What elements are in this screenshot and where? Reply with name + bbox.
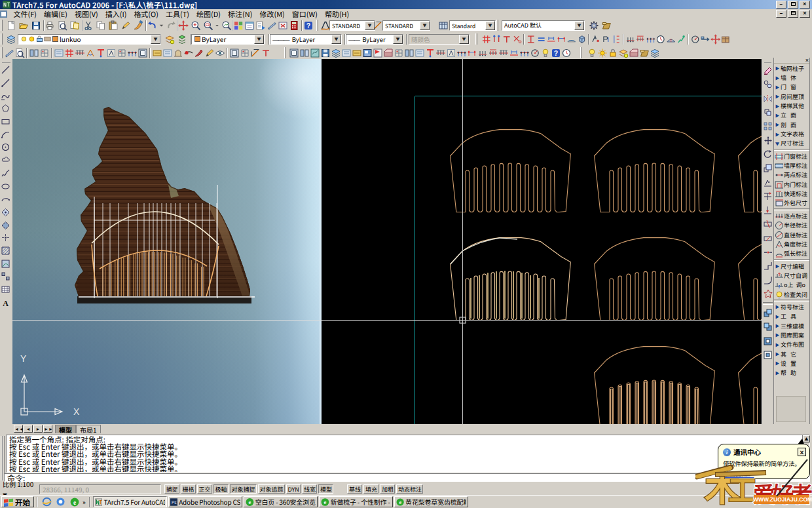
svg-text:X: X [73,406,80,417]
svg-text:e: e [323,499,326,505]
svg-text:Y: Y [20,353,27,364]
svg-text:e: e [248,499,251,505]
svg-text:Ps: Ps [172,499,177,504]
svg-text:?: ? [306,22,310,29]
svg-text:?: ? [554,49,558,57]
svg-text:e: e [73,499,75,505]
svg-text:e: e [399,499,401,505]
svg-text:A: A [3,298,9,307]
